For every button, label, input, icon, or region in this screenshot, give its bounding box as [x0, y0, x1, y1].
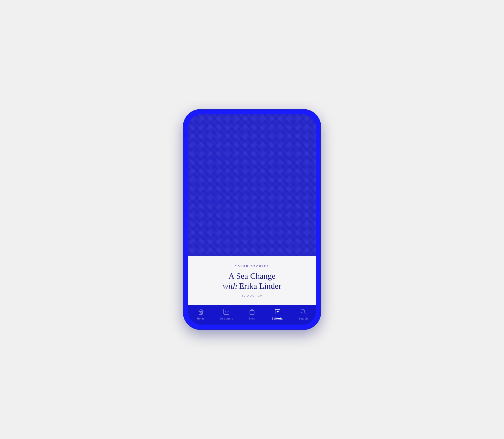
- article-card: COVER STORIES A Sea Change with Erika Li…: [188, 256, 316, 305]
- hero-image-area: [188, 114, 316, 256]
- article-category: COVER STORIES: [195, 265, 309, 268]
- bottom-navigation: Home A/Z Designers: [188, 305, 316, 325]
- editorial-icon: [274, 308, 282, 316]
- nav-label-editorial: Editorial: [272, 317, 284, 320]
- phone-screen: COVER STORIES A Sea Change with Erika Li…: [188, 114, 316, 325]
- svg-rect-1: [200, 313, 201, 314]
- nav-label-shop: Shop: [249, 317, 255, 320]
- nav-label-designers: Designers: [220, 317, 233, 320]
- svg-rect-0: [199, 311, 202, 314]
- article-date: 30 AUG '19: [195, 294, 309, 297]
- article-title: A Sea Change with Erika Linder: [195, 271, 309, 291]
- svg-point-5: [252, 310, 252, 311]
- shop-icon: [248, 308, 256, 316]
- nav-label-home: Home: [197, 317, 205, 320]
- svg-point-8: [301, 309, 305, 313]
- article-title-name: Erika Linder: [237, 281, 281, 291]
- hero-color-overlay: [188, 114, 316, 256]
- nav-label-search: Search: [299, 317, 308, 320]
- svg-line-9: [304, 313, 306, 314]
- article-title-with: with: [223, 281, 237, 291]
- designers-icon: A/Z: [222, 308, 230, 316]
- nav-item-designers[interactable]: A/Z Designers: [214, 308, 239, 320]
- svg-marker-7: [277, 311, 279, 313]
- phone-device: COVER STORIES A Sea Change with Erika Li…: [184, 110, 320, 329]
- nav-item-shop[interactable]: Shop: [239, 308, 265, 320]
- nav-item-search[interactable]: Search: [290, 308, 316, 320]
- article-title-line1: A Sea Change: [229, 271, 276, 280]
- search-icon: [299, 308, 307, 316]
- home-icon: [197, 308, 205, 316]
- svg-text:A/Z: A/Z: [225, 310, 229, 314]
- nav-item-editorial[interactable]: Editorial: [265, 308, 290, 320]
- nav-item-home[interactable]: Home: [188, 308, 214, 320]
- svg-rect-4: [250, 310, 254, 314]
